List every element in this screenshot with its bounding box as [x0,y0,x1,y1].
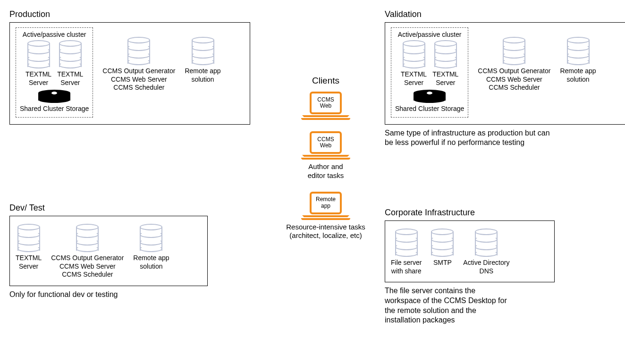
corporate-caption: The file server contains the workspace o… [385,286,555,325]
corporate-ad-dns-label: Active Directory DNS [463,259,509,275]
devtest-caption: Only for functional dev or testing [9,290,208,300]
validation-textml-1: TEXTML Server [401,40,427,87]
production-box: Active/passive cluster TEXTML Server TEX… [9,22,250,125]
devtest-title: Dev/ Test [9,203,208,213]
devtest-box: TEXTML Server CCMS Output Generator CCMS… [9,216,208,286]
database-icon [76,224,99,252]
validation-cluster: Active/passive cluster TEXTML Server TEX… [391,27,468,118]
production-textml-2-label: TEXTML Server [57,70,83,87]
client-ccms-web-2: CCMS Web Author and editor tasks [274,131,378,180]
disk-storage-icon [414,90,446,103]
production-textml-1-label: TEXTML Server [25,70,51,87]
production-shared-storage-label: Shared Cluster Storage [20,105,89,113]
database-icon [27,40,50,68]
validation-caption: Same type of infrastructure as productio… [385,128,625,148]
database-icon [434,40,457,68]
clients-section: Clients CCMS Web CCMS Web Author and edi… [274,76,378,252]
corporate-ad-dns: Active Directory DNS [463,229,509,275]
devtest-section: Dev/ Test TEXTML Server CCMS Output Gene… [9,203,208,299]
corporate-smtp: SMTP [431,229,454,267]
production-ccms-label: CCMS Output Generator CCMS Web Server CC… [102,67,175,92]
validation-textml-2-label: TEXTML Server [432,70,458,87]
database-icon [59,40,82,68]
corporate-file-server: File server with share [391,229,422,275]
production-ccms-stack: CCMS Output Generator CCMS Web Server CC… [102,37,175,92]
database-icon [17,224,40,252]
corporate-title: Corporate Infrastructure [385,208,555,218]
database-icon [403,40,425,68]
validation-title: Validation [385,9,625,19]
production-cluster: Active/passive cluster TEXTML Server TEX… [16,27,93,118]
production-title: Production [9,9,250,19]
validation-textml-2: TEXTML Server [432,40,458,87]
production-remote-app-label: Remote app solution [185,67,220,84]
database-icon [503,37,525,65]
database-icon [567,37,590,65]
devtest-ccms-label: CCMS Output Generator CCMS Web Server CC… [51,254,124,279]
client-ccms-web-1-label: CCMS Web [310,92,342,114]
devtest-ccms-stack: CCMS Output Generator CCMS Web Server CC… [51,224,124,279]
database-icon [395,229,418,257]
validation-section: Validation Active/passive cluster TEXTML… [385,9,625,148]
devtest-textml-label: TEXTML Server [16,254,42,271]
validation-cluster-title: Active/passive cluster [395,31,464,38]
production-remote-app: Remote app solution [185,37,220,84]
client-remote-app-caption: Resource-intensive tasks (architect, loc… [286,223,365,241]
validation-ccms-stack: CCMS Output Generator CCMS Web Server CC… [478,37,550,92]
corporate-file-server-label: File server with share [391,259,422,275]
validation-box: Active/passive cluster TEXTML Server TEX… [385,22,625,125]
client-remote-app: Remote app Resource-intensive tasks (arc… [274,192,378,241]
database-icon [475,229,498,257]
client-ccms-web-1: CCMS Web [274,92,378,120]
client-remote-app-label: Remote app [310,192,342,214]
disk-storage-icon [38,90,70,103]
devtest-textml: TEXTML Server [16,224,42,271]
devtest-remote-app-label: Remote app solution [133,254,169,271]
validation-shared-storage-label: Shared Cluster Storage [395,105,464,113]
production-cluster-title: Active/passive cluster [20,31,89,38]
client-ccms-web-2-caption: Author and editor tasks [308,162,344,180]
validation-remote-app: Remote app solution [560,37,596,84]
database-icon [140,224,162,252]
corporate-smtp-label: SMTP [433,259,452,267]
validation-remote-app-label: Remote app solution [560,67,596,84]
laptop-icon: Remote app [302,192,349,220]
database-icon [192,37,214,65]
client-ccms-web-2-label: CCMS Web [310,131,342,154]
database-icon [431,229,454,257]
corporate-box: File server with share SMTP Active Direc… [385,220,555,282]
clients-title: Clients [274,76,378,86]
devtest-remote-app: Remote app solution [133,224,169,271]
corporate-section: Corporate Infrastructure File server wit… [385,208,555,325]
production-textml-2: TEXTML Server [57,40,83,87]
laptop-icon: CCMS Web [302,92,349,120]
laptop-icon: CCMS Web [302,131,349,160]
production-textml-1: TEXTML Server [25,40,51,87]
database-icon [127,37,150,65]
production-section: Production Active/passive cluster TEXTML… [9,9,250,125]
validation-ccms-label: CCMS Output Generator CCMS Web Server CC… [478,67,550,92]
validation-textml-1-label: TEXTML Server [401,70,427,87]
